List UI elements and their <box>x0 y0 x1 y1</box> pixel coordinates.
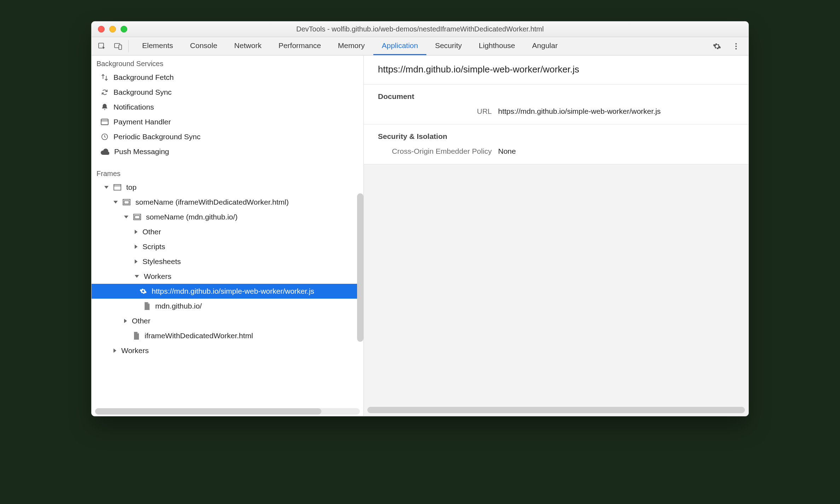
svg-rect-9 <box>114 184 121 190</box>
tab-lighthouse[interactable]: Lighthouse <box>470 37 524 55</box>
caret-down-icon <box>113 201 118 204</box>
bell-icon <box>101 103 109 111</box>
tree-item-iframe-doc[interactable]: iframeWithDedicatedWorker.html <box>92 328 363 343</box>
tab-console[interactable]: Console <box>182 37 226 55</box>
tab-network[interactable]: Network <box>226 37 270 55</box>
caret-right-icon <box>135 230 138 234</box>
caret-right-icon <box>135 259 138 264</box>
refresh-icon <box>101 88 109 96</box>
detail-group: DocumentURLhttps://mdn.github.io/simple-… <box>364 84 748 124</box>
tree-item-scripts[interactable]: Scripts <box>92 239 363 254</box>
sidebar-item-background-sync[interactable]: Background Sync <box>92 85 363 100</box>
tree-label: someName (iframeWithDedicatedWorker.html… <box>135 198 289 206</box>
detail-groups: DocumentURLhttps://mdn.github.io/simple-… <box>364 84 748 164</box>
tabs: ElementsConsoleNetworkPerformanceMemoryA… <box>134 37 566 55</box>
tree-item-workers-2[interactable]: Workers <box>92 343 363 358</box>
svg-point-3 <box>735 43 737 45</box>
group-heading: Security & Isolation <box>364 129 748 145</box>
tree-label: someName (mdn.github.io/) <box>146 213 238 221</box>
tree-label: top <box>126 183 136 192</box>
tree-item-worker-selected[interactable]: https://mdn.github.io/simple-web-worker/… <box>92 284 363 299</box>
caret-right-icon <box>124 319 127 323</box>
window-frame: DevTools - wolfib.github.io/web-demos/ne… <box>91 21 749 416</box>
tree-label: Workers <box>121 346 149 355</box>
titlebar: DevTools - wolfib.github.io/web-demos/ne… <box>92 22 748 37</box>
sidebar-item-label: Background Fetch <box>113 73 174 82</box>
cloud-icon <box>101 148 109 155</box>
embed-icon <box>133 214 141 220</box>
toolbar: ElementsConsoleNetworkPerformanceMemoryA… <box>92 37 748 55</box>
sidebar-item-background-fetch[interactable]: Background Fetch <box>92 70 363 85</box>
card-icon <box>101 119 109 125</box>
tree-label: Other <box>142 228 161 236</box>
detail-empty-area <box>364 164 748 416</box>
tree-item-document[interactable]: mdn.github.io/ <box>92 299 363 313</box>
caret-down-icon <box>104 186 109 189</box>
tree-item-iframe-2[interactable]: someName (mdn.github.io/) <box>92 210 363 224</box>
tab-memory[interactable]: Memory <box>329 37 373 55</box>
svg-rect-6 <box>101 119 108 125</box>
sidebar-item-label: Payment Handler <box>113 118 171 126</box>
tree-label: Other <box>132 317 151 325</box>
key-value-row: URLhttps://mdn.github.io/simple-web-work… <box>364 105 748 119</box>
file-icon <box>133 332 140 340</box>
key-value-row: Cross-Origin Embedder PolicyNone <box>364 145 748 159</box>
clock-icon <box>101 133 109 141</box>
sidebar: Background Services Background FetchBack… <box>92 55 364 416</box>
tree-item-stylesheets[interactable]: Stylesheets <box>92 254 363 269</box>
tree-item-top[interactable]: top <box>92 180 363 195</box>
sidebar-horizontal-scrollbar[interactable] <box>95 408 360 415</box>
tree-item-workers[interactable]: Workers <box>92 269 363 284</box>
sidebar-item-push-messaging[interactable]: Push Messaging <box>92 144 363 159</box>
svg-rect-12 <box>124 201 129 204</box>
gear-icon <box>140 288 147 295</box>
sidebar-item-label: Background Sync <box>113 88 172 96</box>
detail-group: Security & IsolationCross-Origin Embedde… <box>364 124 748 164</box>
tab-angular[interactable]: Angular <box>524 37 566 55</box>
tree-label: https://mdn.github.io/simple-web-worker/… <box>152 287 314 295</box>
sidebar-item-label: Push Messaging <box>114 147 169 156</box>
frames-tree: top someName (iframeWithDedicatedWorker.… <box>92 180 363 358</box>
sidebar-item-label: Notifications <box>113 103 154 111</box>
tab-elements[interactable]: Elements <box>134 37 182 55</box>
background-services-list: Background FetchBackground SyncNotificat… <box>92 70 363 159</box>
window-icon <box>113 184 121 191</box>
tree-label: Stylesheets <box>142 257 181 266</box>
sidebar-item-periodic-background-sync[interactable]: Periodic Background Sync <box>92 129 363 144</box>
tree-label: Scripts <box>142 242 165 251</box>
window-title: DevTools - wolfib.github.io/web-demos/ne… <box>92 25 748 33</box>
svg-rect-14 <box>135 216 140 219</box>
tab-security[interactable]: Security <box>426 37 470 55</box>
tree-item-iframe-1[interactable]: someName (iframeWithDedicatedWorker.html… <box>92 195 363 210</box>
svg-rect-2 <box>119 45 122 49</box>
main-area: Background Services Background FetchBack… <box>92 55 748 416</box>
swap-vert-icon <box>101 74 109 81</box>
kv-value: https://mdn.github.io/simple-web-worker/… <box>498 107 661 116</box>
sidebar-item-notifications[interactable]: Notifications <box>92 100 363 115</box>
file-icon <box>144 302 150 310</box>
more-menu-icon[interactable] <box>728 42 744 51</box>
detail-pane: https://mdn.github.io/simple-web-worker/… <box>364 55 748 416</box>
tree-label: mdn.github.io/ <box>155 302 202 310</box>
caret-down-icon <box>124 216 128 218</box>
section-frames: Frames <box>92 165 363 180</box>
svg-point-5 <box>735 48 737 49</box>
section-background-services: Background Services <box>92 55 363 70</box>
tree-item-other[interactable]: Other <box>92 224 363 239</box>
caret-right-icon <box>135 245 138 249</box>
toolbar-separator <box>128 40 129 52</box>
tree-item-other-2[interactable]: Other <box>92 313 363 328</box>
tab-performance[interactable]: Performance <box>270 37 329 55</box>
tab-application[interactable]: Application <box>373 37 427 55</box>
settings-icon[interactable] <box>709 42 725 51</box>
sidebar-item-label: Periodic Background Sync <box>113 133 200 141</box>
detail-title: https://mdn.github.io/simple-web-worker/… <box>364 55 748 84</box>
inspect-element-icon[interactable] <box>94 37 110 55</box>
kv-value: None <box>498 147 516 156</box>
device-toolbar-icon[interactable] <box>110 37 126 55</box>
scrollbar-thumb[interactable] <box>95 408 321 415</box>
sidebar-item-payment-handler[interactable]: Payment Handler <box>92 115 363 129</box>
caret-right-icon <box>113 348 116 353</box>
detail-horizontal-scrollbar[interactable] <box>367 407 745 413</box>
sidebar-vertical-scrollbar[interactable] <box>357 193 363 342</box>
